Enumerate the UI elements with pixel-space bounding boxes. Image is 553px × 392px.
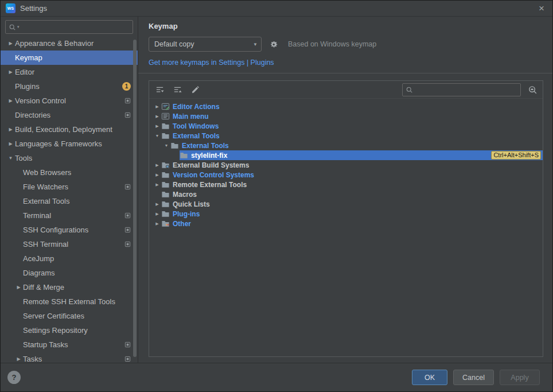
sidebar-item-ssh-terminal[interactable]: SSH Terminal bbox=[1, 237, 138, 251]
chevron-right-icon[interactable]: ▶ bbox=[153, 219, 161, 228]
keymap-row-tool-windows[interactable]: ▶Tool Windows bbox=[149, 121, 543, 131]
folder-icon bbox=[161, 190, 170, 199]
chevron-down-icon[interactable]: ▼ bbox=[153, 131, 161, 141]
sidebar-item-tasks[interactable]: ▶Tasks bbox=[1, 352, 138, 363]
keymap-node[interactable]: Tool Windows bbox=[161, 121, 543, 131]
search-history-caret-icon[interactable]: ▾ bbox=[17, 25, 20, 29]
keymap-select[interactable]: Default copy ▼ bbox=[149, 37, 262, 52]
keymap-row-version-control-systems[interactable]: ▶Version Control Systems bbox=[149, 170, 543, 180]
sidebar-item-keymap[interactable]: Keymap bbox=[1, 51, 138, 65]
get-more-keymaps-link[interactable]: Get more keymaps in Settings | Plugins bbox=[149, 59, 274, 67]
sidebar-item-tools[interactable]: ▼Tools bbox=[1, 151, 138, 165]
help-button[interactable]: ? bbox=[7, 371, 21, 384]
search-icon bbox=[406, 86, 413, 94]
chevron-right-icon[interactable]: ▶ bbox=[14, 356, 23, 362]
settings-search-box[interactable]: ▾ bbox=[5, 20, 133, 34]
keymap-node[interactable]: Other bbox=[161, 219, 543, 228]
chevron-right-icon[interactable]: ▶ bbox=[6, 141, 15, 146]
keymap-row-external-tools[interactable]: ▼External Tools bbox=[149, 131, 543, 141]
chevron-right-icon[interactable]: ▶ bbox=[153, 199, 161, 209]
sidebar-item-appearance-behavior[interactable]: ▶Appearance & Behavior bbox=[1, 36, 138, 51]
sidebar-item-languages-frameworks[interactable]: ▶Languages & Frameworks bbox=[1, 137, 138, 151]
keymap-row-stylelint-fix[interactable]: stylelint-fixCtrl+Alt+Shift+S bbox=[149, 150, 543, 160]
keymap-node-label: External Build Systems bbox=[173, 161, 249, 169]
sidebar-item-remote-ssh-external-tools[interactable]: Remote SSH External Tools bbox=[1, 294, 138, 309]
keymap-options-gear-icon[interactable] bbox=[267, 37, 281, 51]
sidebar-item-version-control[interactable]: ▶Version Control bbox=[1, 94, 138, 108]
keymap-row-remote-external-tools[interactable]: ▶Remote External Tools bbox=[149, 180, 543, 189]
chevron-right-icon[interactable]: ▶ bbox=[153, 121, 161, 131]
sidebar-scrollbar-thumb[interactable] bbox=[133, 40, 137, 357]
keymap-row-external-tools[interactable]: ▼External Tools bbox=[149, 141, 543, 150]
sidebar-item-label: Appearance & Behavior bbox=[15, 39, 94, 48]
keymap-row-editor-actions[interactable]: ▶Editor Actions bbox=[149, 102, 543, 111]
chevron-right-icon[interactable]: ▶ bbox=[6, 98, 15, 103]
sidebar-item-terminal[interactable]: Terminal bbox=[1, 208, 138, 223]
keymap-node[interactable]: Editor Actions bbox=[161, 102, 543, 111]
keymap-node[interactable]: Version Control Systems bbox=[161, 170, 543, 180]
find-actions-by-shortcut-icon[interactable] bbox=[526, 83, 539, 96]
sidebar-item-web-browsers[interactable]: Web Browsers bbox=[1, 165, 138, 180]
sidebar-item-file-watchers[interactable]: File Watchers bbox=[1, 180, 138, 194]
chevron-right-icon[interactable]: ▶ bbox=[14, 285, 23, 290]
keymap-row-plug-ins[interactable]: ▶Plug-ins bbox=[149, 209, 543, 219]
keymap-node[interactable]: External Tools bbox=[170, 141, 543, 150]
keymap-node[interactable]: Main menu bbox=[161, 111, 543, 121]
sidebar-item-ssh-configurations[interactable]: SSH Configurations bbox=[1, 223, 138, 237]
keymap-node[interactable]: Remote External Tools bbox=[161, 180, 543, 189]
chevron-right-icon[interactable]: ▶ bbox=[153, 209, 161, 219]
project-level-icon bbox=[124, 356, 131, 362]
project-level-icon bbox=[124, 184, 131, 190]
keymap-node[interactable]: Macros bbox=[161, 189, 543, 199]
chevron-right-icon[interactable]: ▶ bbox=[153, 180, 161, 189]
sidebar-item-external-tools[interactable]: External Tools bbox=[1, 194, 138, 208]
title-bar[interactable]: WS Settings × bbox=[1, 1, 552, 17]
close-icon[interactable]: × bbox=[534, 2, 549, 15]
sidebar-item-server-certificates[interactable]: Server Certificates bbox=[1, 309, 138, 323]
keymap-node[interactable]: External Tools bbox=[161, 131, 543, 141]
keymap-row-external-build-systems[interactable]: ▶External Build Systems bbox=[149, 160, 543, 170]
cancel-button[interactable]: Cancel bbox=[453, 370, 494, 385]
chevron-right-icon[interactable]: ▶ bbox=[6, 69, 15, 75]
settings-search-input[interactable] bbox=[21, 23, 130, 31]
chevron-right-icon[interactable]: ▶ bbox=[153, 170, 161, 180]
keymap-node[interactable]: stylelint-fixCtrl+Alt+Shift+S bbox=[180, 150, 543, 160]
sidebar-item-directories[interactable]: Directories bbox=[1, 108, 138, 122]
keymap-node-label: Main menu bbox=[173, 112, 209, 121]
chevron-right-icon[interactable]: ▶ bbox=[153, 102, 161, 111]
apply-button[interactable]: Apply bbox=[500, 370, 540, 385]
keymap-row-macros[interactable]: Macros bbox=[149, 189, 543, 199]
sidebar-item-build-execution-deployment[interactable]: ▶Build, Execution, Deployment bbox=[1, 122, 138, 137]
search-icon bbox=[9, 24, 16, 31]
main-menu-icon bbox=[161, 112, 170, 121]
sidebar-item-label: Tasks bbox=[23, 355, 42, 363]
chevron-right-icon[interactable]: ▶ bbox=[6, 127, 15, 132]
keymap-node[interactable]: External Build Systems bbox=[161, 160, 543, 170]
keymap-row-other[interactable]: ▶Other bbox=[149, 219, 543, 228]
ok-button[interactable]: OK bbox=[412, 370, 447, 385]
sidebar-item-startup-tasks[interactable]: Startup Tasks bbox=[1, 337, 138, 352]
keymap-node[interactable]: Plug-ins bbox=[161, 209, 543, 219]
chevron-down-icon[interactable]: ▼ bbox=[6, 156, 15, 161]
sidebar-item-diagrams[interactable]: Diagrams bbox=[1, 266, 138, 280]
keymap-node[interactable]: Quick Lists bbox=[161, 199, 543, 209]
keymap-search-box[interactable] bbox=[402, 83, 521, 96]
keymap-row-quick-lists[interactable]: ▶Quick Lists bbox=[149, 199, 543, 209]
edit-shortcut-icon[interactable] bbox=[189, 83, 201, 96]
expand-all-icon[interactable] bbox=[153, 83, 166, 96]
sidebar-item-label: AceJump bbox=[23, 254, 54, 263]
chevron-down-icon[interactable]: ▼ bbox=[162, 141, 170, 150]
chevron-right-icon[interactable]: ▶ bbox=[153, 111, 161, 121]
keymap-row-main-menu[interactable]: ▶Main menu bbox=[149, 111, 543, 121]
sidebar-item-plugins[interactable]: Plugins1 bbox=[1, 79, 138, 94]
collapse-all-icon[interactable] bbox=[171, 83, 184, 96]
sidebar-item-diff-merge[interactable]: ▶Diff & Merge bbox=[1, 280, 138, 294]
chevron-right-icon[interactable]: ▶ bbox=[153, 160, 161, 170]
sidebar-item-acejump[interactable]: AceJump bbox=[1, 251, 138, 266]
keymap-search-input[interactable] bbox=[415, 86, 517, 94]
sidebar-item-editor[interactable]: ▶Editor bbox=[1, 65, 138, 79]
project-level-icon bbox=[124, 112, 131, 118]
sidebar-item-settings-repository[interactable]: Settings Repository bbox=[1, 323, 138, 337]
sidebar-scrollbar[interactable] bbox=[133, 37, 137, 362]
chevron-right-icon[interactable]: ▶ bbox=[6, 41, 15, 46]
